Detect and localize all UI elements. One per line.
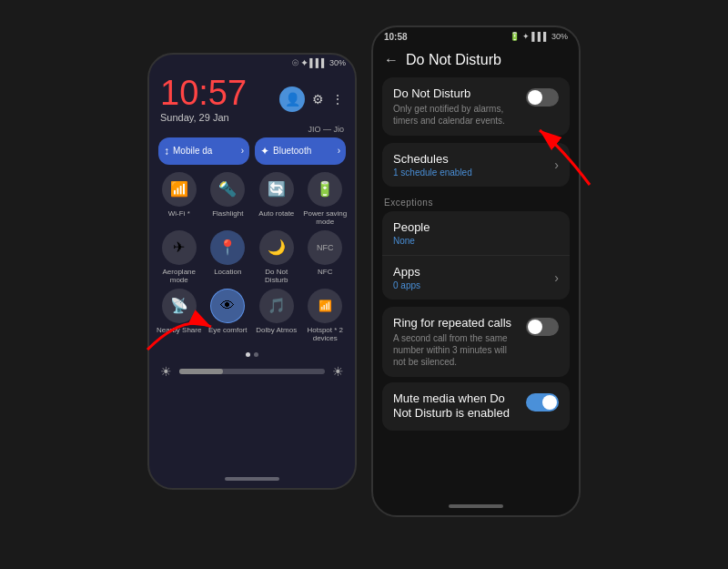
mute-toggle[interactable] [526,393,559,412]
brightness-track [179,369,325,374]
mobile-data-arrow: › [241,146,244,156]
mute-title: Mute media when Do Not Disturb is enable… [393,391,519,422]
dnd-setting-subtitle: Only get notified by alarms, timers and … [393,103,519,127]
ring-title: Ring for repeated calls [393,316,519,330]
aeroplane-tile[interactable]: ✈ Aeroplane mode [157,230,202,285]
ring-repeated-calls-card: Ring for repeated calls A second call fr… [382,307,570,377]
bluetooth-label: Bluetooth [273,146,311,156]
nfc-tile[interactable]: NFC NFC [303,230,349,285]
left-phone-header: 10:57 Sunday, 29 Jan 👤 ⚙ ⋮ [149,72,355,130]
mobile-data-tile[interactable]: ↕ Mobile da › [158,137,249,165]
left-clock-time: 10:57 [160,76,247,110]
hotspot-icon: 📶 [308,289,342,323]
left-status-icons: ⦾ ✦ ▌▌▌ 30% [292,58,346,68]
dnd-toggle-knob [528,90,542,105]
people-title: People [393,220,430,234]
auto-rotate-tile[interactable]: 🔄 Auto rotate [254,172,299,227]
nfc-icon: NFC [308,230,342,265]
bluetooth-tile[interactable]: ✦ Bluetooth › [255,137,346,165]
auto-rotate-icon: 🔄 [259,172,294,207]
exceptions-label: Exceptions [373,194,579,211]
power-saving-label: Power saving mode [303,209,349,227]
dnd-settings-card: Do Not Disturb Only get notified by alar… [382,77,570,136]
ring-subtitle: A second call from the same number withi… [393,332,519,368]
hotspot-tile[interactable]: 📶 Hotspot * 2 devices [303,289,349,343]
dot-2 [254,352,258,357]
power-saving-tile[interactable]: 🔋 Power saving mode [303,172,349,227]
more-options-icon[interactable]: ⋮ [331,92,344,107]
apps-subtitle: 0 apps [393,280,420,290]
back-button[interactable]: ← [384,52,399,68]
home-indicator[interactable] [225,477,279,481]
bluetooth-icon: ✦ [260,145,269,157]
location-icon: 📍 [210,230,245,265]
mobile-data-icon: ↕ [164,145,169,157]
dolby-icon: 🎵 [259,289,294,323]
mute-toggle-knob [542,395,557,410]
nearby-share-tile[interactable]: 📡 Nearby Share [157,289,202,343]
auto-rotate-label: Auto rotate [258,209,294,218]
eye-comfort-icon: 👁 [210,289,245,323]
flashlight-icon: 🔦 [210,172,245,207]
eye-comfort-label: Eye comfort [208,326,248,335]
right-phone: 10:58 🔋 ✦ ▌▌▌ 30% ← Do Not Disturb Do No… [371,25,581,517]
ring-toggle-knob [528,320,542,334]
left-status-bar: ⦾ ✦ ▌▌▌ 30% [149,55,355,72]
page-title: Do Not Disturb [406,52,501,68]
right-phone-header: ← Do Not Disturb [373,46,579,77]
mobile-data-label: Mobile da [173,146,212,156]
nearby-share-icon: 📡 [162,289,197,323]
left-clock-date: Sunday, 29 Jan [160,112,247,123]
location-tile[interactable]: 📍 Location [206,230,251,285]
dnd-tile[interactable]: 🌙 Do Not Disturb [254,230,299,285]
aeroplane-icon: ✈ [162,230,197,265]
apps-exception-item[interactable]: Apps 0 apps › [382,256,570,300]
dolby-tile[interactable]: 🎵 Dolby Atmos [254,289,299,343]
right-clock-time: 10:58 [384,32,408,42]
ring-toggle[interactable] [526,318,559,336]
bluetooth-arrow: › [338,146,340,156]
location-label: Location [214,268,241,277]
eye-comfort-tile[interactable]: 👁 Eye comfort [206,289,251,343]
dolby-label: Dolby Atmos [256,326,297,335]
dnd-setting-title: Do Not Disturb [393,86,519,100]
flashlight-label: Flashlight [212,209,243,218]
quick-settings-grid: 📶 Wi-Fi * 🔦 Flashlight 🔄 Auto rotate 🔋 P… [149,172,355,350]
brightness-control[interactable]: ☀ ☀ [149,364,355,379]
nearby-share-label: Nearby Share [157,326,201,335]
brightness-low-icon: ☀ [160,364,172,379]
wifi-label: Wi-Fi * [168,209,190,218]
dnd-toggle[interactable] [526,88,559,107]
page-indicators [149,349,355,359]
apps-title: Apps [393,265,420,279]
hotspot-label: Hotspot * 2 devices [303,326,349,343]
nfc-label: NFC [318,268,332,277]
right-status-icons: 🔋 ✦ ▌▌▌ 30% [510,32,568,41]
gear-icon[interactable]: ⚙ [312,92,324,107]
schedules-title: Schedules [393,152,472,166]
brightness-fill [179,369,223,374]
left-phone: ⦾ ✦ ▌▌▌ 30% 10:57 Sunday, 29 Jan 👤 ⚙ ⋮ J… [147,53,357,490]
people-subtitle: None [393,236,430,246]
flashlight-tile[interactable]: 🔦 Flashlight [206,172,251,227]
right-home-indicator[interactable] [449,504,503,508]
carrier-text: JIO — Jio [149,125,355,134]
exceptions-card: People None Apps 0 apps › [382,211,570,300]
mute-media-card: Mute media when Do Not Disturb is enable… [382,382,570,432]
quick-tiles: ↕ Mobile da › ✦ Bluetooth › [149,137,355,172]
dnd-icon: 🌙 [259,230,294,265]
avatar[interactable]: 👤 [279,86,305,112]
right-status-bar: 10:58 🔋 ✦ ▌▌▌ 30% [373,27,579,46]
schedules-subtitle: 1 schedule enabled [393,168,472,178]
brightness-high-icon: ☀ [332,364,344,379]
apps-chevron-icon: › [554,270,559,285]
wifi-tile[interactable]: 📶 Wi-Fi * [157,172,202,227]
power-saving-icon: 🔋 [308,172,342,207]
dot-1 [246,352,250,357]
schedules-card[interactable]: Schedules 1 schedule enabled › [382,143,570,187]
dnd-label: Do Not Disturb [254,268,299,285]
wifi-icon: 📶 [162,172,197,207]
people-exception-item[interactable]: People None [382,211,570,256]
schedules-chevron-icon: › [554,157,559,172]
aeroplane-label: Aeroplane mode [157,268,202,285]
